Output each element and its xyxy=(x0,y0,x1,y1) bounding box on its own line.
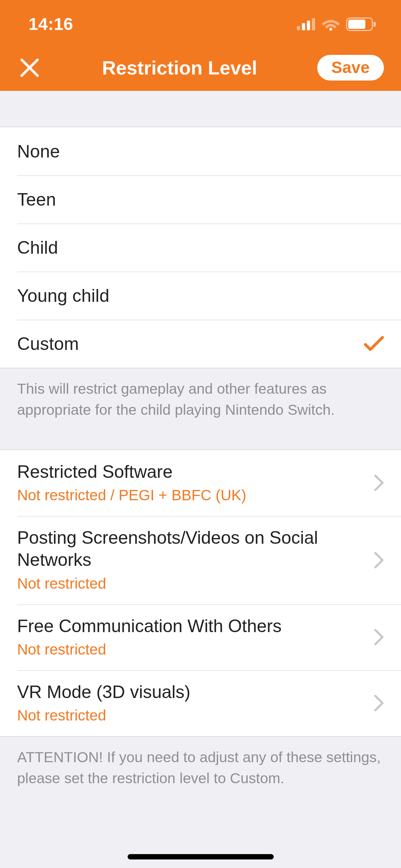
level-footer-text: This will restrict gameplay and other fe… xyxy=(0,368,401,435)
save-button[interactable]: Save xyxy=(317,55,384,81)
setting-free-communication[interactable]: Free Communication With Others Not restr… xyxy=(0,604,401,670)
svg-rect-0 xyxy=(297,26,300,30)
level-option-teen[interactable]: Teen xyxy=(0,175,401,223)
setting-posting-screenshots[interactable]: Posting Screenshots/Videos on Social Net… xyxy=(0,516,401,604)
svg-point-4 xyxy=(329,28,332,31)
page-title: Restriction Level xyxy=(42,57,317,79)
section-gap xyxy=(0,435,401,449)
setting-title: VR Mode (3D visuals) xyxy=(17,681,190,703)
svg-rect-2 xyxy=(307,21,310,30)
level-option-custom[interactable]: Custom xyxy=(0,320,401,368)
setting-subtitle: Not restricted xyxy=(17,640,282,660)
chevron-right-icon xyxy=(374,694,384,712)
battery-icon xyxy=(346,17,376,31)
setting-title: Free Communication With Others xyxy=(17,615,282,637)
nav-bar: Restriction Level Save xyxy=(0,48,401,91)
level-label: Young child xyxy=(17,285,109,306)
setting-subtitle: Not restricted xyxy=(17,574,360,594)
setting-subtitle: Not restricted / PEGI + BBFC (UK) xyxy=(17,486,246,505)
level-label: Teen xyxy=(17,189,56,210)
cellular-icon xyxy=(297,18,315,30)
level-label: Child xyxy=(17,237,58,258)
setting-vr-mode[interactable]: VR Mode (3D visuals) Not restricted xyxy=(0,670,401,736)
level-label: None xyxy=(17,141,60,162)
section-gap xyxy=(0,91,401,126)
check-icon xyxy=(364,336,384,352)
chevron-right-icon xyxy=(374,474,384,491)
setting-title: Posting Screenshots/Videos on Social Net… xyxy=(17,527,360,571)
close-button[interactable] xyxy=(17,55,42,80)
restriction-level-list: None Teen Child Young child Custom xyxy=(0,126,401,368)
chevron-right-icon xyxy=(374,629,384,646)
settings-footer-text: ATTENTION! If you need to adjust any of … xyxy=(0,737,401,804)
level-option-young-child[interactable]: Young child xyxy=(0,272,401,320)
status-indicators xyxy=(297,17,376,31)
status-bar: 14:16 xyxy=(0,0,401,48)
home-indicator[interactable] xyxy=(128,854,274,859)
setting-restricted-software[interactable]: Restricted Software Not restricted / PEG… xyxy=(0,450,401,516)
level-label: Custom xyxy=(17,334,79,354)
setting-title: Restricted Software xyxy=(17,461,246,483)
level-option-child[interactable]: Child xyxy=(0,223,401,272)
svg-rect-1 xyxy=(302,23,305,30)
svg-rect-6 xyxy=(348,20,365,29)
header-bar: 14:16 xyxy=(0,0,401,91)
svg-rect-3 xyxy=(312,18,315,30)
chevron-right-icon xyxy=(374,552,384,569)
level-option-none[interactable]: None xyxy=(0,127,401,175)
setting-subtitle: Not restricted xyxy=(17,706,190,725)
svg-rect-7 xyxy=(374,22,376,27)
close-icon xyxy=(20,58,40,78)
settings-list: Restricted Software Not restricted / PEG… xyxy=(0,449,401,737)
wifi-icon xyxy=(322,18,340,31)
status-time: 14:16 xyxy=(29,14,73,34)
